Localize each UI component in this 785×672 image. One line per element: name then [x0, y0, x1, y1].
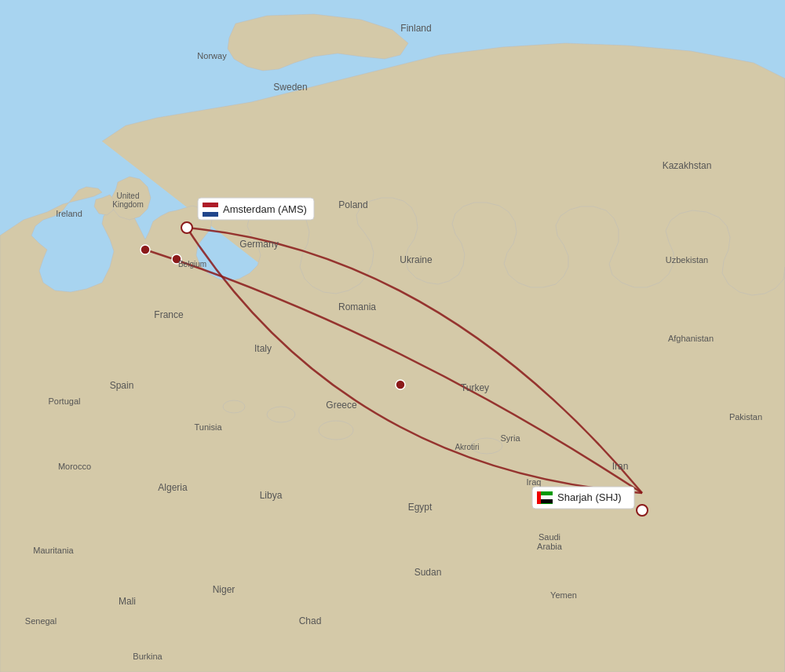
map-svg: Ireland United Kingdom Finland Sweden No… — [0, 0, 785, 672]
svg-text:Finland: Finland — [400, 23, 431, 34]
svg-text:Portugal: Portugal — [49, 396, 81, 406]
svg-text:Akrotiri: Akrotiri — [455, 443, 479, 451]
svg-point-9 — [637, 505, 648, 516]
svg-text:Turkey: Turkey — [461, 382, 489, 393]
svg-point-8 — [181, 222, 192, 233]
svg-text:Senegal: Senegal — [25, 616, 57, 626]
svg-text:Morocco: Morocco — [58, 462, 91, 471]
svg-point-5 — [141, 245, 150, 254]
svg-text:Pakistan: Pakistan — [729, 412, 762, 422]
svg-text:Kingdom: Kingdom — [112, 200, 143, 209]
svg-text:Italy: Italy — [254, 343, 272, 354]
svg-text:Egypt: Egypt — [408, 502, 433, 513]
svg-text:Syria: Syria — [500, 433, 520, 443]
svg-text:Norway: Norway — [197, 51, 227, 60]
svg-rect-60 — [537, 491, 541, 504]
svg-text:Yemen: Yemen — [550, 590, 577, 600]
map-container: Ireland United Kingdom Finland Sweden No… — [0, 0, 785, 672]
svg-text:Uzbekistan: Uzbekistan — [666, 255, 708, 265]
svg-rect-58 — [540, 495, 553, 499]
svg-text:Romania: Romania — [338, 301, 376, 312]
svg-text:Arabia: Arabia — [537, 542, 563, 551]
svg-point-3 — [223, 400, 245, 413]
svg-text:Ireland: Ireland — [56, 209, 82, 218]
svg-text:Kazakhstan: Kazakhstan — [663, 160, 712, 171]
svg-text:Mauritania: Mauritania — [33, 546, 74, 555]
svg-point-7 — [396, 380, 405, 389]
svg-text:Iraq: Iraq — [527, 477, 542, 487]
svg-text:France: France — [154, 309, 184, 320]
svg-text:Greece: Greece — [326, 400, 357, 411]
svg-rect-51 — [203, 203, 218, 207]
svg-text:Ukraine: Ukraine — [400, 254, 433, 265]
svg-text:Amsterdam (AMS): Amsterdam (AMS) — [223, 203, 307, 215]
svg-rect-52 — [203, 207, 218, 212]
svg-text:Spain: Spain — [110, 380, 134, 391]
svg-text:Belgium: Belgium — [178, 260, 206, 268]
svg-text:Burkina: Burkina — [133, 652, 162, 661]
svg-text:Sweden: Sweden — [273, 82, 307, 93]
svg-text:Algeria: Algeria — [158, 482, 188, 493]
svg-point-2 — [319, 421, 353, 440]
svg-text:Afghanistan: Afghanistan — [668, 334, 714, 343]
svg-text:Iran: Iran — [612, 461, 629, 472]
svg-text:Poland: Poland — [338, 199, 367, 210]
svg-text:Tunisia: Tunisia — [194, 422, 222, 432]
svg-text:Niger: Niger — [213, 584, 236, 595]
svg-rect-59 — [540, 499, 553, 503]
svg-text:United: United — [117, 192, 140, 200]
svg-point-1 — [267, 407, 295, 422]
svg-text:Sharjah (SHJ): Sharjah (SHJ) — [557, 491, 622, 503]
svg-text:Libya: Libya — [260, 490, 283, 501]
svg-rect-53 — [203, 212, 218, 217]
svg-text:Chad: Chad — [299, 615, 322, 626]
svg-text:Mali: Mali — [119, 596, 136, 607]
svg-text:Sudan: Sudan — [414, 567, 442, 578]
svg-text:Saudi: Saudi — [539, 532, 560, 542]
svg-text:Germany: Germany — [239, 239, 278, 250]
svg-rect-57 — [540, 491, 553, 495]
